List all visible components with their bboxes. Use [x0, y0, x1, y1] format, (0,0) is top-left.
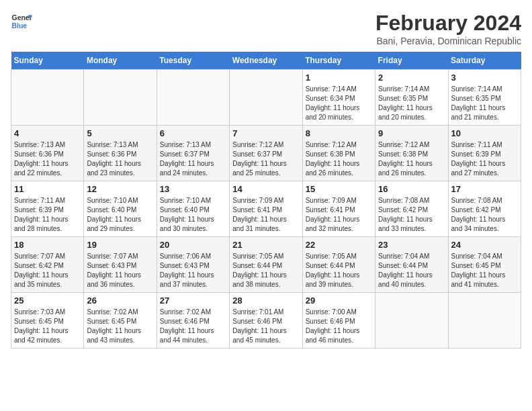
calendar-cell: 24Sunrise: 7:04 AMSunset: 6:45 PMDayligh… [448, 237, 521, 293]
day-info: Sunrise: 7:01 AMSunset: 6:46 PMDaylight:… [232, 308, 299, 345]
calendar-table: SundayMondayTuesdayWednesdayThursdayFrid… [11, 52, 521, 349]
header: General Blue February 2024 Bani, Peravia… [11, 11, 521, 46]
calendar-cell: 26Sunrise: 7:02 AMSunset: 6:45 PMDayligh… [84, 293, 157, 349]
day-number: 10 [451, 128, 518, 138]
day-info: Sunrise: 7:13 AMSunset: 6:36 PMDaylight:… [14, 140, 81, 178]
calendar-week-5: 25Sunrise: 7:03 AMSunset: 6:45 PMDayligh… [11, 293, 521, 349]
col-header-wednesday: Wednesday [230, 52, 302, 70]
day-info: Sunrise: 7:02 AMSunset: 6:46 PMDaylight:… [160, 308, 226, 345]
day-number: 15 [306, 184, 372, 194]
day-info: Sunrise: 7:05 AMSunset: 6:44 PMDaylight:… [306, 252, 372, 289]
calendar-cell: 8Sunrise: 7:12 AMSunset: 6:38 PMDaylight… [302, 126, 375, 181]
day-number: 20 [160, 240, 226, 250]
day-number: 4 [14, 128, 81, 138]
calendar-cell [448, 293, 521, 349]
calendar-cell: 19Sunrise: 7:07 AMSunset: 6:43 PMDayligh… [84, 237, 157, 293]
calendar-cell: 21Sunrise: 7:05 AMSunset: 6:44 PMDayligh… [230, 237, 302, 293]
day-number: 14 [232, 184, 299, 194]
calendar-cell: 20Sunrise: 7:06 AMSunset: 6:43 PMDayligh… [157, 237, 229, 293]
calendar-cell: 5Sunrise: 7:13 AMSunset: 6:36 PMDaylight… [84, 126, 157, 181]
calendar-cell: 12Sunrise: 7:10 AMSunset: 6:40 PMDayligh… [84, 181, 157, 237]
calendar-cell: 9Sunrise: 7:12 AMSunset: 6:38 PMDaylight… [375, 126, 448, 181]
calendar-week-2: 4Sunrise: 7:13 AMSunset: 6:36 PMDaylight… [11, 126, 521, 181]
day-info: Sunrise: 7:14 AMSunset: 6:35 PMDaylight:… [378, 85, 445, 122]
calendar-cell: 2Sunrise: 7:14 AMSunset: 6:35 PMDaylight… [375, 70, 448, 126]
day-info: Sunrise: 7:13 AMSunset: 6:37 PMDaylight:… [160, 140, 226, 178]
calendar-cell: 3Sunrise: 7:14 AMSunset: 6:35 PMDaylight… [448, 70, 521, 126]
calendar-cell: 13Sunrise: 7:10 AMSunset: 6:40 PMDayligh… [157, 181, 229, 237]
calendar-header-row: SundayMondayTuesdayWednesdayThursdayFrid… [11, 52, 521, 70]
calendar-week-1: 1Sunrise: 7:14 AMSunset: 6:34 PMDaylight… [11, 70, 521, 126]
col-header-sunday: Sunday [11, 52, 84, 70]
calendar-cell [230, 70, 302, 126]
day-number: 16 [378, 184, 445, 194]
calendar-cell [157, 70, 229, 126]
day-number: 9 [378, 128, 445, 138]
day-info: Sunrise: 7:09 AMSunset: 6:41 PMDaylight:… [232, 196, 299, 234]
day-info: Sunrise: 7:10 AMSunset: 6:40 PMDaylight:… [160, 196, 226, 234]
calendar-cell: 14Sunrise: 7:09 AMSunset: 6:41 PMDayligh… [230, 181, 302, 237]
calendar-cell [375, 293, 448, 349]
day-number: 1 [306, 73, 372, 83]
calendar-cell: 10Sunrise: 7:11 AMSunset: 6:39 PMDayligh… [448, 126, 521, 181]
day-info: Sunrise: 7:13 AMSunset: 6:36 PMDaylight:… [87, 140, 153, 178]
calendar-cell: 7Sunrise: 7:12 AMSunset: 6:37 PMDaylight… [230, 126, 302, 181]
calendar-cell: 6Sunrise: 7:13 AMSunset: 6:37 PMDaylight… [157, 126, 229, 181]
calendar-cell [84, 70, 157, 126]
day-number: 21 [232, 240, 299, 250]
day-number: 29 [306, 295, 372, 306]
page-title: February 2024 [375, 11, 521, 36]
col-header-tuesday: Tuesday [157, 52, 229, 70]
calendar-cell: 25Sunrise: 7:03 AMSunset: 6:45 PMDayligh… [11, 293, 84, 349]
col-header-thursday: Thursday [302, 52, 375, 70]
day-info: Sunrise: 7:14 AMSunset: 6:34 PMDaylight:… [306, 85, 372, 122]
calendar-cell: 23Sunrise: 7:04 AMSunset: 6:44 PMDayligh… [375, 237, 448, 293]
day-info: Sunrise: 7:08 AMSunset: 6:42 PMDaylight:… [451, 196, 518, 234]
calendar-cell: 18Sunrise: 7:07 AMSunset: 6:42 PMDayligh… [11, 237, 84, 293]
day-number: 26 [87, 295, 153, 306]
calendar-cell: 15Sunrise: 7:09 AMSunset: 6:41 PMDayligh… [302, 181, 375, 237]
day-info: Sunrise: 7:09 AMSunset: 6:41 PMDaylight:… [306, 196, 372, 234]
logo-icon: General Blue [11, 11, 32, 32]
day-info: Sunrise: 7:02 AMSunset: 6:45 PMDaylight:… [87, 308, 153, 345]
day-info: Sunrise: 7:11 AMSunset: 6:39 PMDaylight:… [451, 140, 518, 178]
day-number: 2 [378, 73, 445, 83]
day-number: 24 [451, 240, 518, 250]
col-header-saturday: Saturday [448, 52, 521, 70]
day-number: 25 [14, 295, 81, 306]
calendar-cell: 29Sunrise: 7:00 AMSunset: 6:46 PMDayligh… [302, 293, 375, 349]
day-number: 5 [87, 128, 153, 138]
day-number: 27 [160, 295, 226, 306]
calendar-cell: 28Sunrise: 7:01 AMSunset: 6:46 PMDayligh… [230, 293, 302, 349]
day-number: 19 [87, 240, 153, 250]
logo: General Blue [11, 11, 32, 32]
day-number: 8 [306, 128, 372, 138]
calendar-cell: 27Sunrise: 7:02 AMSunset: 6:46 PMDayligh… [157, 293, 229, 349]
calendar-cell: 17Sunrise: 7:08 AMSunset: 6:42 PMDayligh… [448, 181, 521, 237]
day-info: Sunrise: 7:11 AMSunset: 6:39 PMDaylight:… [14, 196, 81, 234]
day-number: 18 [14, 240, 81, 250]
day-number: 22 [306, 240, 372, 250]
day-number: 11 [14, 184, 81, 194]
day-number: 28 [232, 295, 299, 306]
day-number: 7 [232, 128, 299, 138]
calendar-cell: 22Sunrise: 7:05 AMSunset: 6:44 PMDayligh… [302, 237, 375, 293]
day-info: Sunrise: 7:12 AMSunset: 6:38 PMDaylight:… [378, 140, 445, 178]
calendar-cell: 4Sunrise: 7:13 AMSunset: 6:36 PMDaylight… [11, 126, 84, 181]
day-info: Sunrise: 7:04 AMSunset: 6:45 PMDaylight:… [451, 252, 518, 289]
day-info: Sunrise: 7:12 AMSunset: 6:38 PMDaylight:… [306, 140, 372, 178]
calendar-cell: 1Sunrise: 7:14 AMSunset: 6:34 PMDaylight… [302, 70, 375, 126]
day-info: Sunrise: 7:06 AMSunset: 6:43 PMDaylight:… [160, 252, 226, 289]
calendar-cell [11, 70, 84, 126]
calendar-cell: 11Sunrise: 7:11 AMSunset: 6:39 PMDayligh… [11, 181, 84, 237]
day-number: 17 [451, 184, 518, 194]
col-header-friday: Friday [375, 52, 448, 70]
day-info: Sunrise: 7:05 AMSunset: 6:44 PMDaylight:… [232, 252, 299, 289]
day-info: Sunrise: 7:07 AMSunset: 6:42 PMDaylight:… [14, 252, 81, 289]
calendar-week-3: 11Sunrise: 7:11 AMSunset: 6:39 PMDayligh… [11, 181, 521, 237]
day-number: 6 [160, 128, 226, 138]
page-subtitle: Bani, Peravia, Dominican Republic [375, 36, 521, 46]
day-info: Sunrise: 7:08 AMSunset: 6:42 PMDaylight:… [378, 196, 445, 234]
title-area: February 2024 Bani, Peravia, Dominican R… [375, 11, 521, 46]
svg-text:Blue: Blue [12, 22, 28, 30]
